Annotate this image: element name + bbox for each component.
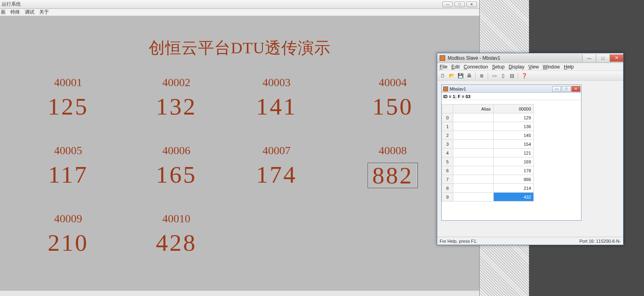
grid-row-header[interactable]: 9: [442, 193, 453, 201]
hmi-menu-item[interactable]: 特殊: [10, 9, 20, 16]
grid-cell-value[interactable]: 886: [493, 175, 533, 184]
minimize-button[interactable]: —: [442, 2, 453, 7]
grid-cell-value[interactable]: 121: [493, 149, 533, 157]
table-row[interactable]: 2145: [442, 131, 534, 140]
grid-row-header[interactable]: 4: [442, 149, 453, 157]
grid-row-header[interactable]: 1: [442, 122, 453, 131]
table-row[interactable]: 3154: [442, 140, 534, 149]
connect-icon[interactable]: ≣: [478, 72, 486, 79]
grid-row-header[interactable]: 5: [442, 157, 453, 166]
hmi-statusbar: [0, 290, 479, 296]
hmi-window: 运行系统 — □ ✕ 面 特殊 调试 关于 创恒云平台DTU透传演示 40001…: [0, 0, 479, 296]
register-value: 174: [236, 163, 317, 187]
grid-cell-alias[interactable]: [453, 149, 493, 157]
register-label: 40006: [136, 144, 216, 157]
table-row[interactable]: 5169: [442, 157, 534, 166]
table-row[interactable]: 7886: [442, 175, 534, 184]
help-icon[interactable]: ❓: [520, 72, 528, 79]
cascade-icon[interactable]: ▯: [499, 72, 507, 79]
modbus-grid[interactable]: Alias00000012911362145315441215169617878…: [442, 104, 581, 220]
register-label: 40009: [28, 212, 108, 225]
minimize-button[interactable]: —: [582, 54, 596, 62]
modbus-table[interactable]: Alias00000012911362145315441215169617878…: [442, 104, 534, 201]
modbus-window-title: Modbus Slave - Mbslav1: [448, 55, 500, 61]
grid-cell-value[interactable]: 136: [493, 122, 533, 131]
table-row[interactable]: 9432: [442, 193, 534, 201]
grid-cell-alias[interactable]: [453, 113, 493, 122]
grid-cell-alias[interactable]: [453, 122, 493, 131]
register-label: 40004: [353, 76, 433, 89]
grid-cell-alias[interactable]: [453, 157, 493, 166]
toolbar-separator: [518, 72, 518, 79]
register-40008[interactable]: 40008 882: [353, 144, 433, 188]
save-icon[interactable]: 💾: [456, 72, 464, 79]
table-row[interactable]: 0129: [442, 113, 534, 122]
grid-row-header[interactable]: 0: [442, 113, 453, 122]
minimize-button[interactable]: —: [552, 86, 561, 92]
app-icon: [440, 55, 445, 61]
close-button[interactable]: ✕: [610, 54, 623, 62]
maximize-button[interactable]: □: [454, 2, 465, 7]
menu-display[interactable]: Display: [509, 64, 524, 70]
grid-cell-value[interactable]: 129: [493, 113, 533, 122]
grid-header-rowhdr[interactable]: [442, 105, 453, 113]
menu-help[interactable]: Help: [564, 64, 574, 70]
table-row[interactable]: 8214: [442, 184, 534, 193]
grid-cell-value[interactable]: 178: [493, 166, 533, 175]
menu-view[interactable]: View: [529, 64, 539, 70]
grid-cell-value[interactable]: 214: [493, 184, 533, 193]
close-button[interactable]: ✕: [466, 2, 477, 7]
props-icon[interactable]: ▭: [490, 72, 498, 79]
grid-cell-alias[interactable]: [453, 166, 493, 175]
grid-header-value[interactable]: 00000: [493, 105, 533, 113]
menu-edit[interactable]: Edit: [451, 64, 460, 70]
register-40001: 40001 125: [28, 76, 108, 119]
grid-row-header[interactable]: 2: [442, 131, 453, 140]
grid-cell-alias[interactable]: [453, 184, 493, 193]
menu-file[interactable]: File: [440, 64, 447, 70]
modbus-child-title: Mbslav1: [450, 87, 466, 91]
print-icon[interactable]: 🖶: [465, 72, 473, 79]
grid-header-alias[interactable]: Alias: [453, 105, 493, 113]
grid-cell-alias[interactable]: [453, 175, 493, 184]
grid-row-header[interactable]: 3: [442, 140, 453, 149]
maximize-button[interactable]: □: [562, 86, 571, 92]
table-row[interactable]: 1136: [442, 122, 534, 131]
modbus-child-titlebar[interactable]: Mbslav1 — □ ✕: [442, 85, 581, 93]
register-value[interactable]: 882: [367, 163, 418, 188]
register-label: 40001: [28, 76, 108, 89]
tile-icon[interactable]: ▤: [508, 72, 516, 79]
maximize-button[interactable]: □: [596, 54, 610, 62]
register-40005: 40005 117: [28, 144, 108, 187]
grid-cell-value[interactable]: 154: [493, 140, 533, 149]
grid-row-header[interactable]: 8: [442, 184, 453, 193]
grid-cell-alias[interactable]: [453, 140, 493, 149]
modbus-statusbar: For Help, press F1. Port 16: 115200-8-N-: [437, 237, 623, 245]
hmi-menu-item[interactable]: 面: [1, 9, 6, 16]
hmi-titlebar[interactable]: 运行系统 — □ ✕: [0, 0, 479, 9]
grid-row-header[interactable]: 7: [442, 175, 453, 184]
grid-cell-value[interactable]: 169: [493, 157, 533, 166]
close-button[interactable]: ✕: [571, 86, 580, 92]
modbus-titlebar[interactable]: Modbus Slave - Mbslav1 — □ ✕: [437, 53, 623, 63]
grid-cell-alias[interactable]: [453, 131, 493, 140]
app-icon: [443, 87, 448, 91]
new-file-icon[interactable]: 🗋: [439, 72, 447, 79]
open-file-icon[interactable]: 📂: [448, 72, 456, 79]
grid-cell-alias[interactable]: [453, 193, 493, 201]
grid-cell-value[interactable]: 432: [493, 193, 533, 201]
menu-setup[interactable]: Setup: [492, 64, 505, 70]
register-value: 132: [136, 95, 216, 119]
menu-window[interactable]: Window: [543, 64, 560, 70]
table-row[interactable]: 4121: [442, 149, 534, 157]
table-row[interactable]: 6178: [442, 166, 534, 175]
hmi-menu-item[interactable]: 关于: [39, 9, 49, 16]
register-40007: 40007 174: [236, 144, 317, 187]
register-label: 40010: [136, 212, 216, 225]
register-label: 40005: [28, 144, 108, 157]
grid-cell-value[interactable]: 145: [493, 131, 533, 140]
hmi-menu-item[interactable]: 调试: [25, 9, 34, 16]
grid-row-header[interactable]: 6: [442, 166, 453, 175]
menu-connection[interactable]: Connection: [464, 64, 488, 70]
hmi-menubar: 面 特殊 调试 关于: [0, 9, 479, 16]
